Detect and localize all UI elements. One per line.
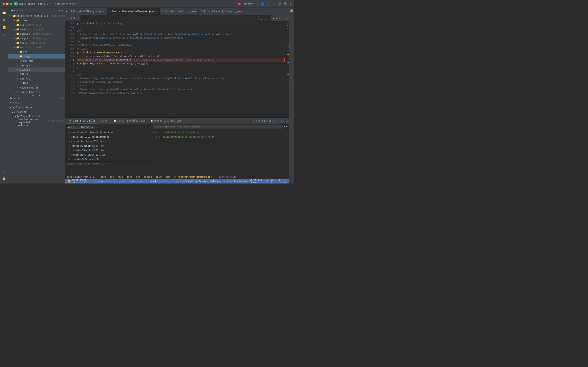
svc-down-btn[interactable]: ∨ (12, 101, 14, 104)
sidebar-toggle-btn[interactable]: ▸ (65, 8, 68, 15)
tree-item-idea[interactable]: ▶ 📁 .idea (8, 18, 65, 23)
sidebar-dropdown-icon[interactable]: ▾ (22, 9, 23, 12)
minimize-button[interactable] (6, 3, 9, 5)
rerun-btn[interactable]: ↺ (261, 119, 263, 122)
code-editor[interactable]: private byte [] decryptionCipherKey ; /*… (76, 21, 286, 117)
bc-main[interactable]: main (118, 175, 123, 178)
frame-item-serialize-41[interactable]: → ↩ serialize:41, DefaultSerializer (65, 130, 151, 134)
tab-tomcat-localhost[interactable]: 📋 Tomcat Localhost Log (111, 118, 148, 124)
status-project[interactable]: 🔀 shiro-shiro-root-1.2.4 (68, 179, 93, 184)
frame-item-remember-328[interactable]: → ↩ rememberIdentity:328, Ab (65, 148, 151, 152)
search-everywhere-button[interactable]: 🔍 (284, 2, 287, 6)
status-field[interactable]: ⬡ cipherService (227, 180, 248, 183)
status-lf[interactable]: LF (266, 180, 268, 183)
resume-btn[interactable]: ↻ (256, 119, 258, 122)
stop-debugger-btn[interactable]: ■ (259, 119, 260, 122)
tree-item-all[interactable]: ▶ 📁 all [shiro-all] (8, 23, 65, 27)
restart-btn[interactable]: ↺ (253, 119, 255, 122)
tree-item-core[interactable]: ▶ 📁 core [shiro-core] (8, 27, 65, 32)
bc-root[interactable]: shiro-shiro-root-1.2.4 (67, 175, 97, 178)
add-watch-icon[interactable]: + (284, 125, 285, 128)
status-position[interactable]: 90:40 (13 chars) (250, 179, 263, 184)
status-org[interactable]: org (140, 180, 144, 183)
run-button[interactable]: ▶ (257, 2, 258, 6)
tree-item-support[interactable]: ▶ 📁 support [shiro-support] (8, 36, 65, 41)
status-main[interactable]: main (119, 180, 124, 183)
status-src[interactable]: src (109, 180, 113, 183)
services-collapse-btn[interactable]: ∧ (60, 97, 61, 100)
status-java[interactable]: java (130, 180, 135, 183)
version-control-button[interactable]: Version control ▾ (55, 2, 78, 5)
tab-threads-variables[interactable]: Threads & Variables (66, 118, 98, 124)
switch-frames-bar[interactable]: Switch frames from anywher... × (65, 161, 151, 166)
account-button[interactable]: 👤 (278, 2, 282, 6)
tree-item-web[interactable]: ▼ 📁 web [shiro-web] (8, 45, 65, 50)
svc-samples-web[interactable]: ✓ samples-web:war exploded [Synchronized… (8, 119, 65, 123)
next-result-button[interactable]: ∨ (276, 17, 277, 20)
status-core[interactable]: core (98, 180, 104, 183)
stop-button[interactable]: ⬛ (267, 2, 270, 6)
step-out-btn[interactable]: ↑ (278, 119, 280, 122)
step-over-btn[interactable]: ↓ (273, 119, 274, 122)
break-points-btn[interactable]: ⊘ (281, 119, 283, 122)
frame-item-remember-354[interactable]: → ↩ rememberIdentity:354, Ab (65, 143, 151, 148)
tree-item-samples[interactable]: ▶ 📁 samples [shiro-samples] (8, 32, 65, 36)
step-into-btn[interactable]: ↓ (276, 119, 277, 122)
frame-item-remember-me[interactable]: → ↩ rememberMeSuccessfulLo (65, 157, 151, 161)
bc-org[interactable]: org (136, 175, 140, 178)
svc-running[interactable]: ▶ ▶ Running (8, 110, 65, 114)
editor-options-button[interactable]: ⋮ (285, 9, 287, 13)
find-prev-icon[interactable]: ↺ (67, 17, 68, 19)
tree-item-gitignore[interactable]: ⊘ .gitignore (8, 63, 65, 67)
settings-button[interactable]: ⚙ (290, 2, 292, 6)
activity-search[interactable]: 🔍 (1, 17, 7, 23)
regex-btn[interactable]: .* (76, 17, 79, 19)
svc-add-btn[interactable]: + (21, 101, 22, 104)
search-more-options-icon[interactable]: ⋯ (281, 17, 283, 20)
run-config-selector[interactable]: 🍅 Tomcat9 ▾ (238, 2, 254, 5)
status-apache[interactable]: apache (150, 180, 158, 183)
svc-up-btn[interactable]: ∧ (10, 101, 11, 104)
svc-refresh-btn[interactable]: ↺ (18, 101, 19, 104)
activity-project[interactable]: 📁 (1, 9, 7, 16)
svc-docker[interactable]: 🐳 Docker (8, 123, 65, 128)
tree-item-tools[interactable]: ▶ 📁 tools [shiro-tools] (8, 41, 65, 45)
find-close-button[interactable]: × (286, 17, 287, 20)
activity-vcs[interactable]: 🔀 (1, 24, 7, 31)
tree-item-pom-root[interactable]: M pom.xml (8, 76, 65, 81)
right-icon-notifications[interactable]: 🔔 (290, 8, 294, 13)
status-indent[interactable]: 4 spaces (278, 179, 287, 184)
more-actions-button[interactable]: ⋮ (273, 2, 276, 6)
frame-item-successful-login[interactable]: → ↩ onSuccessfulLogin:304, Al (65, 152, 151, 157)
tab-default-security-manager[interactable]: J DefaultSecurityManager.java (199, 8, 244, 15)
tree-item-src[interactable]: ▶ 📁 src (8, 50, 65, 54)
bc-java[interactable]: java (127, 175, 132, 178)
var-item-this[interactable]: ▶ ⬡ this = {DefaultSerializer@5721} (151, 130, 289, 134)
collapse-all-button[interactable]: ≡ (59, 9, 60, 12)
thread-filter-dropdown[interactable]: ● "http...UNNING ⊡ ▼ (67, 125, 95, 129)
tab-list-button[interactable]: ▾ (282, 10, 284, 13)
tab-catalina-log[interactable]: 📋 Tomcat Catalina Log (148, 118, 183, 124)
services-close-btn[interactable]: × (62, 97, 63, 100)
bc-apache[interactable]: apache (144, 175, 152, 178)
close-button[interactable] (2, 3, 5, 5)
status-charset[interactable]: UTF-8 (271, 179, 276, 184)
pause-btn[interactable]: ⏸ (269, 119, 271, 122)
expand-eval-icon[interactable]: ▼ (286, 125, 287, 128)
bc-shiro[interactable]: shiro (156, 175, 163, 178)
frame-item-serialize-516[interactable]: → ↩ serialize:516, AbstractRemem (65, 134, 151, 139)
svc-tomcat-server[interactable]: ▼ 🔧 Tomcat Server (8, 105, 65, 110)
tab-remember-me-manager[interactable]: J RememberMeManager.java (68, 8, 107, 15)
eval-expression-input[interactable] (153, 125, 283, 128)
tree-item-root[interactable]: ▼ 📁 shiro-shiro-root-1.2.4 [shiro-root] … (8, 14, 65, 18)
switch-frames-close[interactable]: × (105, 163, 106, 165)
bc-src[interactable]: src (110, 175, 114, 178)
mute-btn[interactable]: ✏ (284, 119, 285, 122)
match-case-btn[interactable]: Cc (70, 17, 72, 19)
status-class[interactable]: ⓪ AbstractRememberMeManager (185, 180, 222, 183)
settings-debug-btn[interactable]: ⊡ (287, 119, 288, 122)
right-icon-structure[interactable]: m (290, 13, 294, 17)
tree-item-readme[interactable]: ≡ README (8, 81, 65, 85)
add-watch-btn[interactable]: + (96, 126, 98, 129)
tree-item-pom-web[interactable]: M pom.xml (8, 58, 65, 63)
